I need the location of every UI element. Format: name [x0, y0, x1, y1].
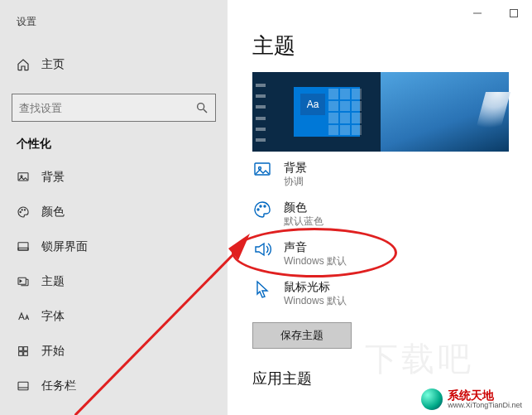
- svg-point-22: [264, 205, 266, 207]
- preview-start-panel: Aa: [252, 72, 381, 152]
- watermark-brand: 系统天地: [448, 389, 522, 401]
- cursor-icon: [252, 279, 272, 299]
- sidebar-item-start[interactable]: 开始: [0, 334, 228, 369]
- svg-rect-8: [18, 248, 28, 250]
- svg-point-21: [260, 205, 261, 207]
- svg-point-0: [198, 104, 204, 110]
- sidebar-item-background[interactable]: 背景: [0, 160, 228, 195]
- settings-sidebar: 设置 主页 个性化 背景 颜色 锁屏界面 主题 字体 开始 任务栏: [0, 0, 228, 415]
- sidebar-item-label: 颜色: [41, 205, 65, 220]
- setting-subtitle: Windows 默认: [284, 294, 347, 307]
- sidebar-item-label: 背景: [41, 170, 65, 185]
- maximize-icon: [510, 9, 518, 17]
- svg-rect-11: [24, 347, 28, 351]
- svg-point-5: [22, 210, 22, 210]
- picture-icon: [17, 171, 30, 184]
- svg-rect-7: [18, 243, 28, 250]
- font-icon: [17, 310, 30, 323]
- setting-subtitle: Windows 默认: [284, 254, 347, 268]
- maximize-button[interactable]: [496, 0, 532, 27]
- sidebar-item-label: 主题: [41, 274, 65, 289]
- setting-background[interactable]: 背景 协调: [228, 152, 532, 191]
- setting-title: 声音: [284, 239, 347, 254]
- setting-color[interactable]: 颜色 默认蓝色: [228, 191, 532, 231]
- titlebar: [228, 0, 532, 27]
- sidebar-item-label: 锁屏界面: [41, 239, 88, 254]
- start-icon: [17, 345, 30, 358]
- sidebar-item-label: 开始: [41, 344, 65, 359]
- sidebar-item-colors[interactable]: 颜色: [0, 195, 228, 229]
- sidebar-item-label: 字体: [41, 309, 65, 324]
- sidebar-item-taskbar[interactable]: 任务栏: [0, 369, 228, 403]
- svg-point-6: [24, 210, 25, 210]
- svg-rect-10: [19, 347, 23, 351]
- sidebar-item-fonts[interactable]: 字体: [0, 299, 228, 334]
- lockscreen-icon: [17, 240, 30, 253]
- setting-sound[interactable]: 声音 Windows 默认: [228, 231, 532, 271]
- save-theme-button[interactable]: 保存主题: [252, 322, 352, 349]
- watermark-logo: 系统天地 www.XiTongTianDi.net: [416, 387, 527, 412]
- palette-icon: [17, 205, 30, 219]
- setting-subtitle: 协调: [284, 175, 307, 188]
- setting-title: 颜色: [284, 200, 324, 215]
- svg-rect-17: [510, 10, 518, 17]
- watermark-url: www.XiTongTianDi.net: [448, 401, 522, 409]
- svg-rect-14: [18, 382, 28, 389]
- theme-icon: [17, 275, 30, 288]
- minimize-icon: [473, 9, 482, 17]
- sidebar-item-label: 任务栏: [41, 379, 76, 393]
- sidebar-home-label: 主页: [41, 57, 65, 72]
- search-icon: [195, 101, 208, 114]
- globe-icon: [421, 388, 443, 410]
- taskbar-icon: [17, 379, 30, 393]
- setting-cursor[interactable]: 鼠标光标 Windows 默认: [228, 271, 532, 311]
- page-title: 主题: [228, 27, 532, 60]
- sound-icon: [252, 239, 272, 259]
- palette-icon: [252, 200, 272, 220]
- setting-title: 背景: [284, 160, 307, 175]
- preview-wallpaper: [381, 72, 509, 152]
- svg-rect-13: [24, 352, 28, 356]
- sidebar-home[interactable]: 主页: [0, 47, 228, 82]
- svg-point-4: [20, 211, 21, 212]
- svg-rect-12: [19, 352, 23, 356]
- picture-icon: [252, 160, 272, 180]
- home-icon: [17, 58, 30, 71]
- svg-point-20: [257, 209, 259, 210]
- main-panel: 主题 Aa 背景 协调 颜色 默认蓝色 声音 Windows 默认: [228, 0, 532, 415]
- theme-preview[interactable]: Aa: [252, 72, 509, 152]
- sidebar-item-lockscreen[interactable]: 锁屏界面: [0, 229, 228, 264]
- search-box[interactable]: [12, 94, 216, 122]
- setting-title: 鼠标光标: [284, 279, 347, 294]
- app-label: 设置: [0, 13, 228, 29]
- sidebar-category: 个性化: [0, 122, 228, 160]
- preview-tile-aa: Aa: [300, 94, 325, 115]
- svg-line-1: [204, 109, 207, 113]
- apply-theme-section: 应用主题: [228, 349, 532, 388]
- minimize-button[interactable]: [459, 0, 496, 27]
- sidebar-item-themes[interactable]: 主题: [0, 264, 228, 299]
- search-input[interactable]: [19, 102, 195, 114]
- setting-subtitle: 默认蓝色: [284, 215, 324, 228]
